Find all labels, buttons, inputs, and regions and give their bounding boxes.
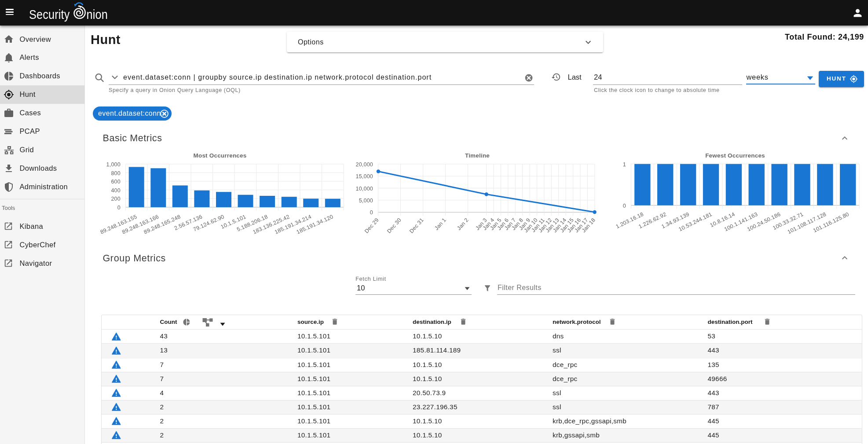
svg-text:10,000: 10,000 <box>356 186 373 192</box>
svg-text:Timeline: Timeline <box>465 152 490 159</box>
svg-text:1,000: 1,000 <box>106 161 121 168</box>
svg-text:400: 400 <box>111 187 120 194</box>
svg-text:0: 0 <box>370 209 373 216</box>
svg-text:15,000: 15,000 <box>356 173 373 180</box>
svg-text:5,000: 5,000 <box>359 198 373 204</box>
svg-text:Dec 29: Dec 29 <box>363 217 380 235</box>
svg-text:20,000: 20,000 <box>356 161 373 168</box>
svg-text:0: 0 <box>117 205 121 211</box>
svg-text:Fewest Occurrences: Fewest Occurrences <box>705 152 765 159</box>
svg-text:Jan 2: Jan 2 <box>456 217 470 231</box>
svg-text:200: 200 <box>111 196 120 202</box>
svg-text:600: 600 <box>111 179 120 185</box>
svg-text:Dec 30: Dec 30 <box>386 217 403 235</box>
svg-text:Jan 1: Jan 1 <box>433 217 447 231</box>
svg-text:1: 1 <box>623 161 626 168</box>
svg-text:800: 800 <box>111 170 120 176</box>
svg-text:185.191.34.120: 185.191.34.120 <box>296 213 334 235</box>
svg-text:0: 0 <box>623 203 626 209</box>
svg-text:Dec 31: Dec 31 <box>408 217 425 235</box>
svg-text:101.108.117.128: 101.108.117.128 <box>787 211 827 235</box>
svg-text:Most Occurrences: Most Occurrences <box>194 152 247 159</box>
